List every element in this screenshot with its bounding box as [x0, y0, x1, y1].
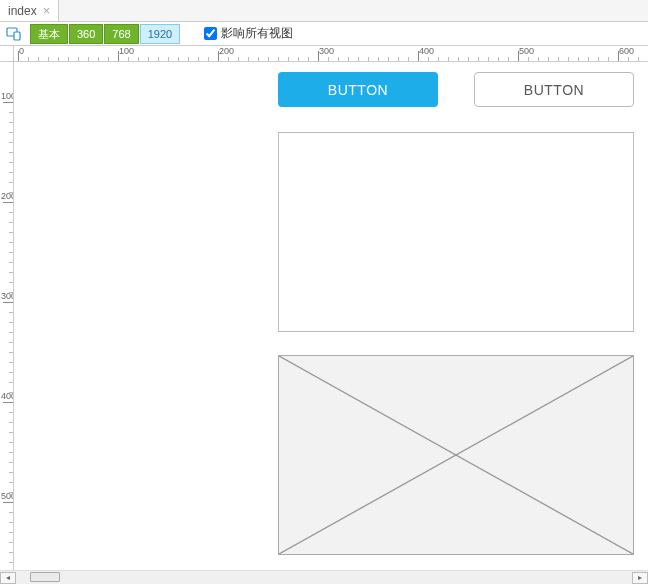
- svg-rect-1: [14, 32, 20, 40]
- tab-bar: index ×: [0, 0, 648, 22]
- primary-button[interactable]: BUTTON: [278, 72, 438, 107]
- ruler-horizontal[interactable]: 0100200300400500600: [14, 46, 648, 62]
- workspace: 0100200300400500600 100200300400500 BUTT…: [0, 46, 648, 570]
- tab-label: index: [8, 4, 37, 18]
- scroll-thumb[interactable]: [30, 572, 60, 582]
- breakpoint-1920[interactable]: 1920: [140, 24, 180, 44]
- horizontal-scrollbar[interactable]: ◂ ▸: [0, 570, 648, 584]
- device-icon[interactable]: [6, 27, 22, 41]
- ruler-corner: [0, 46, 14, 62]
- affect-all-views-label: 影响所有视图: [221, 25, 293, 42]
- scroll-right-button[interactable]: ▸: [632, 572, 648, 584]
- image-placeholder[interactable]: [278, 355, 634, 555]
- breakpoint-基本[interactable]: 基本: [30, 24, 68, 44]
- ruler-vertical[interactable]: 100200300400500: [0, 62, 14, 570]
- button-label: BUTTON: [524, 82, 584, 98]
- toolbar: 基本3607681920 影响所有视图: [0, 22, 648, 46]
- breakpoint-360[interactable]: 360: [69, 24, 103, 44]
- outline-button[interactable]: BUTTON: [474, 72, 634, 107]
- tab-index[interactable]: index ×: [0, 0, 59, 21]
- scroll-track[interactable]: [16, 572, 632, 584]
- design-canvas[interactable]: BUTTON BUTTON: [14, 62, 648, 570]
- scroll-left-button[interactable]: ◂: [0, 572, 16, 584]
- panel-placeholder[interactable]: [278, 132, 634, 332]
- button-label: BUTTON: [328, 82, 388, 98]
- close-icon[interactable]: ×: [43, 4, 51, 17]
- affect-all-views-checkbox[interactable]: 影响所有视图: [204, 25, 293, 42]
- breakpoint-768[interactable]: 768: [104, 24, 138, 44]
- affect-all-views-input[interactable]: [204, 27, 217, 40]
- breakpoint-group: 基本3607681920: [30, 24, 180, 44]
